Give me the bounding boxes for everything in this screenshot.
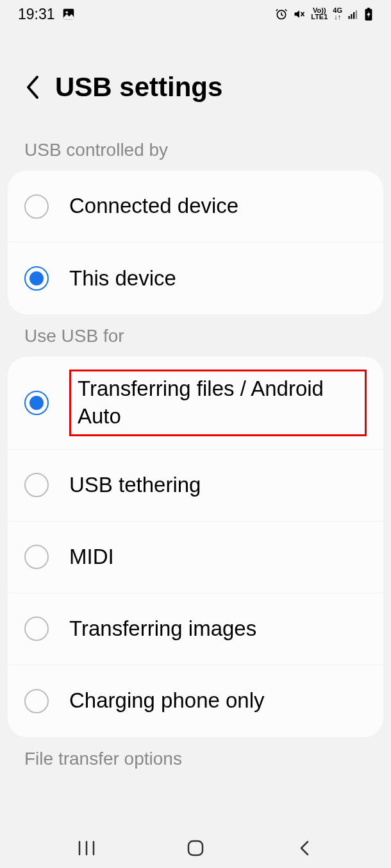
signal-icon [347, 8, 359, 20]
radio-unselected-icon [24, 617, 49, 641]
option-label: Connected device [69, 192, 238, 220]
option-label: MIDI [69, 543, 114, 571]
svg-rect-4 [351, 14, 352, 19]
radio-unselected-icon [24, 473, 49, 497]
picture-icon [62, 7, 76, 21]
volte-indicator: Vo)) LTE1 [311, 8, 328, 21]
section-header-file-transfer: File transfer options [0, 737, 391, 779]
radio-unselected-icon [24, 545, 49, 569]
svg-rect-6 [356, 10, 357, 19]
option-label: Transferring files / Android Auto [78, 375, 358, 430]
option-transferring-files[interactable]: Transferring files / Android Auto [8, 357, 383, 450]
status-time: 19:31 [18, 6, 55, 23]
svg-rect-12 [188, 841, 203, 855]
svg-point-1 [65, 11, 68, 13]
mute-icon [293, 8, 306, 21]
radio-unselected-icon [24, 194, 49, 219]
option-label: Transferring images [69, 615, 256, 643]
option-usb-tethering[interactable]: USB tethering [8, 450, 383, 522]
back-icon[interactable] [24, 74, 41, 100]
system-nav-bar [0, 828, 391, 868]
section-header-use-for: Use USB for [0, 314, 391, 357]
option-charging-only[interactable]: Charging phone only [8, 665, 383, 737]
card-use-for: Transferring files / Android Auto USB te… [8, 357, 383, 737]
page-title: USB settings [55, 72, 222, 103]
status-bar: 19:31 Vo)) LTE1 4 [0, 0, 391, 26]
option-label: This device [69, 265, 176, 293]
back-nav-icon[interactable] [295, 839, 313, 857]
option-label: USB tethering [69, 472, 201, 499]
radio-unselected-icon [24, 689, 49, 713]
recents-icon[interactable] [78, 839, 96, 857]
radio-selected-icon [24, 266, 49, 291]
option-midi[interactable]: MIDI [8, 522, 383, 593]
status-right: Vo)) LTE1 4G ↓↑ [275, 8, 373, 21]
option-label: Charging phone only [69, 687, 265, 715]
alarm-icon [275, 8, 288, 21]
radio-selected-icon [24, 391, 49, 415]
option-this-device[interactable]: This device [8, 243, 383, 314]
option-transferring-images[interactable]: Transferring images [8, 593, 383, 665]
svg-rect-5 [353, 12, 354, 19]
page-header: USB settings [0, 26, 391, 128]
home-icon[interactable] [187, 839, 204, 857]
svg-rect-3 [349, 16, 350, 19]
option-connected-device[interactable]: Connected device [8, 171, 383, 243]
section-header-controlled-by: USB controlled by [0, 128, 391, 171]
svg-rect-8 [367, 8, 370, 10]
highlight-box: Transferring files / Android Auto [69, 370, 367, 436]
card-controlled-by: Connected device This device [8, 171, 383, 314]
status-left: 19:31 [18, 6, 76, 23]
network-indicator: 4G ↓↑ [333, 8, 342, 21]
battery-icon [364, 8, 373, 21]
